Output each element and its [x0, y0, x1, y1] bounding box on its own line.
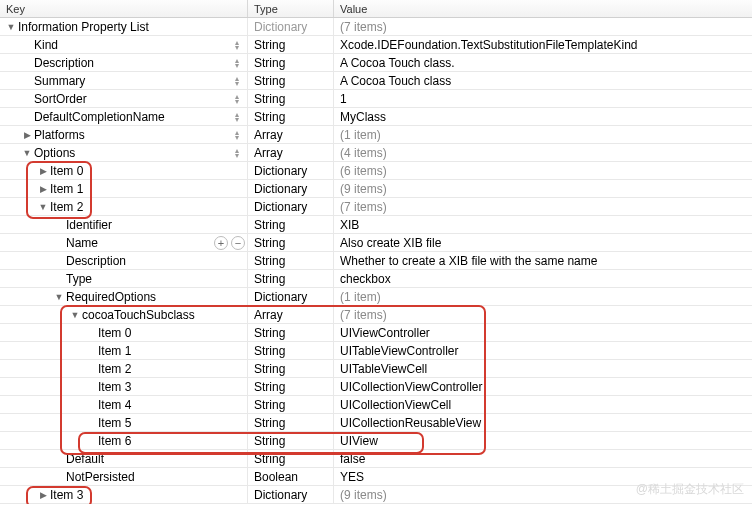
value-cell[interactable]: (9 items) [334, 180, 752, 197]
type-cell[interactable]: String [248, 432, 334, 449]
row-cts-item0[interactable]: Item 0StringUIViewController [0, 324, 752, 342]
value-cell[interactable]: UIViewController [334, 324, 752, 341]
stepper-icon[interactable] [235, 148, 243, 158]
value-cell[interactable]: Whether to create a XIB file with the sa… [334, 252, 752, 269]
stepper-icon[interactable] [235, 58, 243, 68]
disclosure-down-icon[interactable]: ▼ [54, 288, 64, 305]
disclosure-down-icon[interactable]: ▼ [22, 144, 32, 161]
key-cell[interactable]: Kind [0, 36, 248, 53]
key-cell[interactable]: Description [0, 252, 248, 269]
remove-button[interactable]: − [231, 236, 245, 250]
type-cell[interactable]: String [248, 270, 334, 287]
row-description2[interactable]: DescriptionStringWhether to create a XIB… [0, 252, 752, 270]
type-cell[interactable]: Dictionary [248, 18, 334, 35]
disclosure-right-icon[interactable]: ▶ [38, 486, 48, 503]
key-cell[interactable]: ▶Item 1 [0, 180, 248, 197]
type-cell[interactable]: String [248, 54, 334, 71]
type-cell[interactable]: Dictionary [248, 288, 334, 305]
value-cell[interactable]: UITableViewCell [334, 360, 752, 377]
row-default[interactable]: DefaultStringfalse [0, 450, 752, 468]
type-cell[interactable]: String [248, 360, 334, 377]
key-cell[interactable]: Description [0, 54, 248, 71]
type-cell[interactable]: String [248, 36, 334, 53]
value-cell[interactable]: UICollectionViewCell [334, 396, 752, 413]
row-cts-item1[interactable]: Item 1StringUITableViewController [0, 342, 752, 360]
value-cell[interactable]: (7 items) [334, 306, 752, 323]
value-cell[interactable]: (7 items) [334, 18, 752, 35]
row-defaultcompletionname[interactable]: DefaultCompletionNameStringMyClass [0, 108, 752, 126]
row-description[interactable]: DescriptionStringA Cocoa Touch class. [0, 54, 752, 72]
row-kind[interactable]: KindStringXcode.IDEFoundation.TextSubsti… [0, 36, 752, 54]
type-cell[interactable]: String [248, 252, 334, 269]
value-cell[interactable]: (1 item) [334, 288, 752, 305]
value-cell[interactable]: Xcode.IDEFoundation.TextSubstitutionFile… [334, 36, 752, 53]
key-cell[interactable]: ▼Information Property List [0, 18, 248, 35]
value-cell[interactable]: UIView [334, 432, 752, 449]
key-cell[interactable]: Item 5 [0, 414, 248, 431]
row-cts-item4[interactable]: Item 4StringUICollectionViewCell [0, 396, 752, 414]
key-cell[interactable]: NotPersisted [0, 468, 248, 485]
type-cell[interactable]: String [248, 378, 334, 395]
key-cell[interactable]: DefaultCompletionName [0, 108, 248, 125]
value-cell[interactable]: (1 item) [334, 126, 752, 143]
value-cell[interactable]: YES [334, 468, 752, 485]
key-cell[interactable]: ▼Options [0, 144, 248, 161]
row-options[interactable]: ▼OptionsArray(4 items) [0, 144, 752, 162]
value-cell[interactable]: XIB [334, 216, 752, 233]
row-options-item3[interactable]: ▶Item 3Dictionary(9 items) [0, 486, 752, 504]
key-cell[interactable]: ▶Platforms [0, 126, 248, 143]
stepper-icon[interactable] [235, 94, 243, 104]
key-cell[interactable]: Item 6 [0, 432, 248, 449]
key-cell[interactable]: ▼RequiredOptions [0, 288, 248, 305]
value-cell[interactable]: checkbox [334, 270, 752, 287]
key-cell[interactable]: Summary [0, 72, 248, 89]
value-cell[interactable]: A Cocoa Touch class [334, 72, 752, 89]
type-cell[interactable]: String [248, 108, 334, 125]
stepper-icon[interactable] [235, 40, 243, 50]
type-cell[interactable]: String [248, 324, 334, 341]
disclosure-down-icon[interactable]: ▼ [38, 198, 48, 215]
value-cell[interactable]: (4 items) [334, 144, 752, 161]
row-cts-item6[interactable]: Item 6StringUIView [0, 432, 752, 450]
key-cell[interactable]: Type [0, 270, 248, 287]
key-cell[interactable]: Default [0, 450, 248, 467]
key-cell[interactable]: ▼Item 2 [0, 198, 248, 215]
key-cell[interactable]: Item 3 [0, 378, 248, 395]
header-key[interactable]: Key [0, 0, 248, 17]
row-summary[interactable]: SummaryStringA Cocoa Touch class [0, 72, 752, 90]
row-cts-item3[interactable]: Item 3StringUICollectionViewController [0, 378, 752, 396]
key-cell[interactable]: ▶Item 3 [0, 486, 248, 503]
type-cell[interactable]: String [248, 90, 334, 107]
type-cell[interactable]: Array [248, 144, 334, 161]
disclosure-right-icon[interactable]: ▶ [38, 180, 48, 197]
stepper-icon[interactable] [235, 130, 243, 140]
key-cell[interactable]: ▼cocoaTouchSubclass [0, 306, 248, 323]
key-cell[interactable]: Identifier [0, 216, 248, 233]
disclosure-right-icon[interactable]: ▶ [38, 162, 48, 179]
key-cell[interactable]: Item 4 [0, 396, 248, 413]
value-cell[interactable]: false [334, 450, 752, 467]
key-cell[interactable]: Name+− [0, 234, 248, 251]
value-cell[interactable]: 1 [334, 90, 752, 107]
stepper-icon[interactable] [235, 112, 243, 122]
value-cell[interactable]: (9 items) [334, 486, 752, 503]
key-cell[interactable]: ▶Item 0 [0, 162, 248, 179]
value-cell[interactable]: (6 items) [334, 162, 752, 179]
header-type[interactable]: Type [248, 0, 334, 17]
row-name[interactable]: Name+−StringAlso create XIB file [0, 234, 752, 252]
type-cell[interactable]: Dictionary [248, 198, 334, 215]
type-cell[interactable]: String [248, 342, 334, 359]
row-options-item0[interactable]: ▶Item 0Dictionary(6 items) [0, 162, 752, 180]
key-cell[interactable]: Item 2 [0, 360, 248, 377]
type-cell[interactable]: String [248, 414, 334, 431]
type-cell[interactable]: Array [248, 126, 334, 143]
type-cell[interactable]: String [248, 72, 334, 89]
key-cell[interactable]: SortOrder [0, 90, 248, 107]
type-cell[interactable]: Array [248, 306, 334, 323]
type-cell[interactable]: String [248, 234, 334, 251]
value-cell[interactable]: (7 items) [334, 198, 752, 215]
row-options-item2[interactable]: ▼Item 2Dictionary(7 items) [0, 198, 752, 216]
type-cell[interactable]: String [248, 396, 334, 413]
disclosure-down-icon[interactable]: ▼ [70, 306, 80, 323]
value-cell[interactable]: UICollectionViewController [334, 378, 752, 395]
